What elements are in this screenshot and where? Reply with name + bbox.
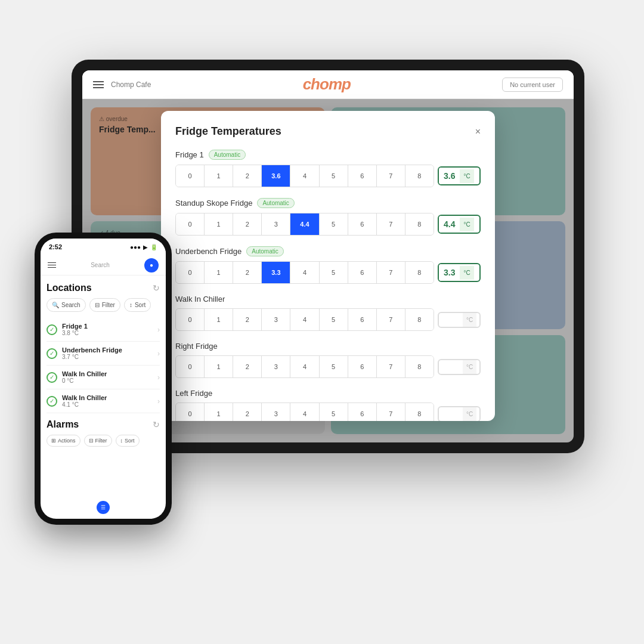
step-2[interactable]: 2: [233, 213, 262, 235]
step-4[interactable]: 4: [290, 309, 319, 330]
temp-steps-6[interactable]: 0 1 2 3 4 5 6 7 8: [175, 402, 434, 421]
step-1[interactable]: 1: [205, 262, 233, 283]
location-item-1[interactable]: ✓ Fridge 1 3.8 °C ›: [47, 318, 160, 342]
step-8[interactable]: 8: [405, 356, 434, 377]
step-5[interactable]: 5: [320, 213, 348, 235]
temp-steps-4[interactable]: 0 1 2 3 4 5 6 7 8: [175, 308, 434, 331]
user-button[interactable]: No current user: [502, 78, 563, 92]
modal-close-button[interactable]: ×: [475, 126, 481, 137]
temp-steps-3[interactable]: 0 1 2 3.3 4 5 6 7 8: [175, 261, 434, 284]
step-4[interactable]: 4: [290, 262, 319, 283]
phone-status-icons: ●●● ▶ 🔋: [130, 244, 157, 250]
wifi-icon: ▶: [143, 244, 148, 250]
alarms-filter-button[interactable]: ⊟ Filter: [84, 435, 112, 447]
temp-value-5: [439, 363, 463, 370]
step-0[interactable]: 0: [176, 165, 205, 187]
item-name-2: Underbench Fridge: [62, 346, 157, 354]
step-8[interactable]: 8: [405, 213, 434, 235]
sort-icon: ↕: [129, 302, 132, 308]
chevron-icon-4: ›: [157, 397, 160, 405]
step-1[interactable]: 1: [205, 356, 233, 377]
temp-steps-2[interactable]: 0 1 2 3 4.4 5 6 7 8: [175, 213, 434, 236]
step-6[interactable]: 6: [348, 262, 377, 283]
step-5[interactable]: 5: [320, 403, 348, 421]
step-7[interactable]: 7: [377, 356, 405, 377]
step-7[interactable]: 7: [377, 262, 405, 283]
step-3-3[interactable]: 3.3: [262, 262, 290, 283]
step-5[interactable]: 5: [320, 165, 348, 187]
step-8[interactable]: 8: [405, 165, 434, 187]
step-3[interactable]: 3: [262, 356, 290, 377]
step-0[interactable]: 0: [176, 309, 205, 330]
step-7[interactable]: 7: [377, 403, 405, 421]
step-3[interactable]: 3: [262, 309, 290, 330]
step-1[interactable]: 1: [205, 213, 233, 235]
step-6[interactable]: 6: [348, 403, 377, 421]
fridge-section-6: Left Fridge 0 1 2 3 4 5 6 7: [175, 389, 481, 421]
step-2[interactable]: 2: [233, 262, 262, 283]
step-8[interactable]: 8: [405, 403, 434, 421]
phone-nav-icon[interactable]: ●: [144, 258, 159, 273]
item-info-2: Underbench Fridge 3.7 °C: [62, 346, 157, 360]
step-7[interactable]: 7: [377, 165, 405, 187]
step-6[interactable]: 6: [348, 213, 377, 235]
actions-button[interactable]: ⊞ Actions: [47, 435, 80, 447]
temp-steps-5[interactable]: 0 1 2 3 4 5 6 7 8: [175, 355, 434, 378]
phone-status-bar: 2:52 ●●● ▶ 🔋: [41, 239, 166, 255]
search-button[interactable]: 🔍 Search: [47, 298, 86, 312]
step-1[interactable]: 1: [205, 403, 233, 421]
step-3[interactable]: 3: [262, 213, 290, 235]
step-2[interactable]: 2: [233, 309, 262, 330]
step-3[interactable]: 3: [262, 403, 290, 421]
step-3-6[interactable]: 3.6: [262, 165, 290, 187]
location-item-3[interactable]: ✓ Walk In Chiller 0 °C ›: [47, 366, 160, 389]
step-2[interactable]: 2: [233, 356, 262, 377]
battery-icon: 🔋: [150, 244, 157, 250]
hamburger-icon[interactable]: [48, 262, 56, 268]
temp-value-box-4: °C: [438, 312, 481, 328]
location-item-4[interactable]: ✓ Walk In Chiller 4.1 °C ›: [47, 389, 160, 413]
fridge-section-5: Right Fridge 0 1 2 3 4 5 6 7: [175, 342, 481, 378]
phone-bottom-nav-dot[interactable]: ☰: [97, 501, 110, 514]
alarms-refresh-icon[interactable]: ↻: [153, 420, 160, 429]
step-4[interactable]: 4: [290, 356, 319, 377]
temp-unit-6: °C: [463, 407, 476, 421]
step-5[interactable]: 5: [320, 262, 348, 283]
step-2[interactable]: 2: [233, 165, 262, 187]
tablet-header: Chomp Cafe chomp No current user: [82, 70, 574, 99]
step-7[interactable]: 7: [377, 309, 405, 330]
step-4[interactable]: 4: [290, 165, 319, 187]
alarms-title: Alarms: [47, 419, 79, 430]
check-circle-3: ✓: [47, 372, 57, 383]
phone-device: 2:52 ●●● ▶ 🔋 Search ● Locations: [35, 233, 172, 525]
fridge-name-1: Fridge 1: [175, 150, 204, 159]
refresh-icon[interactable]: ↻: [153, 283, 160, 293]
step-5[interactable]: 5: [320, 356, 348, 377]
temp-value-box-6: °C: [438, 406, 481, 422]
step-6[interactable]: 6: [348, 165, 377, 187]
temp-value-3: 3.3: [439, 264, 460, 281]
step-0[interactable]: 0: [176, 356, 205, 377]
step-0[interactable]: 0: [176, 213, 205, 235]
step-1[interactable]: 1: [205, 165, 233, 187]
step-0[interactable]: 0: [176, 262, 205, 283]
menu-icon[interactable]: [93, 81, 104, 88]
filter-button[interactable]: ⊟ Filter: [89, 298, 120, 312]
location-item-2[interactable]: ✓ Underbench Fridge 3.7 °C ›: [47, 342, 160, 366]
step-4[interactable]: 4: [290, 403, 319, 421]
step-6[interactable]: 6: [348, 356, 377, 377]
step-7[interactable]: 7: [377, 213, 405, 235]
phone-nav-bar: Search ●: [41, 255, 166, 275]
step-4-4[interactable]: 4.4: [290, 213, 319, 235]
step-6[interactable]: 6: [348, 309, 377, 330]
temp-steps-1[interactable]: 0 1 2 3.6 4 5 6 7 8: [175, 165, 434, 187]
step-5[interactable]: 5: [320, 309, 348, 330]
alarms-sort-button[interactable]: ↕ Sort: [116, 435, 140, 447]
sort-button[interactable]: ↕ Sort: [124, 298, 151, 312]
step-1[interactable]: 1: [205, 309, 233, 330]
step-8[interactable]: 8: [405, 309, 434, 330]
step-0[interactable]: 0: [176, 403, 205, 421]
step-8[interactable]: 8: [405, 262, 434, 283]
alarms-header: Alarms ↻: [47, 419, 160, 430]
step-2[interactable]: 2: [233, 403, 262, 421]
